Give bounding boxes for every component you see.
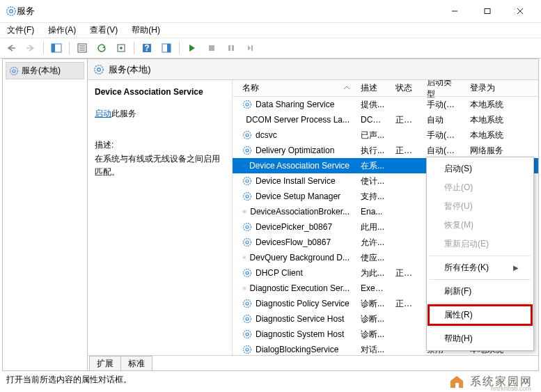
ctx-start[interactable]: 启动(S) — [429, 159, 531, 178]
service-desc-cell: 在系... — [355, 160, 390, 172]
close-button[interactable] — [504, 1, 535, 21]
ctx-stop: 停止(O) — [429, 178, 531, 197]
svg-rect-23 — [455, 383, 459, 388]
service-name-cell: DCOM Server Process La... — [246, 115, 350, 125]
service-desc-cell: 为此... — [355, 267, 390, 279]
menu-file[interactable]: 文件(F) — [4, 23, 37, 38]
service-row[interactable]: Data Sharing Service提供...手动(触发...本地系统 — [233, 97, 538, 112]
svg-rect-21 — [232, 45, 234, 51]
service-name-cell: Diagnostic Service Host — [256, 314, 344, 324]
bottom-tabs: 扩展 标准 — [88, 355, 538, 370]
service-start-cell: 自动 — [421, 114, 464, 126]
col-name[interactable]: 名称 — [237, 80, 355, 97]
menu-bar: 文件(F) 操作(A) 查看(V) 帮助(H) — [0, 22, 541, 38]
service-name-cell: DevicePicker_b0867 — [256, 222, 332, 232]
service-desc-cell: 使应... — [355, 252, 390, 264]
service-desc-cell: 执行... — [355, 145, 390, 157]
watermark-sub: hnzkhbsb.com — [491, 385, 531, 392]
status-text: 打开当前所选内容的属性对话框。 — [6, 374, 132, 386]
refresh-button[interactable] — [93, 40, 110, 56]
restart-service-button[interactable] — [242, 40, 259, 56]
gear-icon — [242, 161, 246, 171]
gear-icon — [242, 283, 246, 293]
service-start-cell: 手动(触发... — [421, 130, 464, 141]
service-name: Device Association Service — [95, 87, 225, 97]
svg-rect-3 — [485, 9, 490, 14]
start-service-button[interactable] — [184, 40, 201, 56]
service-status-cell: 正在... — [390, 298, 421, 310]
gear-icon — [93, 64, 104, 75]
watermark: 系统家园网 hnzkhbsb.com — [448, 373, 533, 391]
properties-button[interactable] — [74, 40, 91, 56]
show-hide-pane-button[interactable] — [48, 40, 65, 56]
ctx-pause: 暂停(U) — [429, 197, 531, 216]
col-desc[interactable]: 描述 — [355, 80, 390, 97]
service-name-cell: DevicesFlow_b0867 — [256, 237, 331, 247]
ctx-refresh[interactable]: 刷新(F) — [429, 282, 531, 301]
tree-root-item[interactable]: 服务(本地) — [6, 62, 84, 79]
service-name-cell: Diagnostic System Host — [256, 329, 344, 339]
maximize-button[interactable] — [471, 1, 503, 21]
stop-service-button[interactable] — [203, 40, 220, 56]
ctx-all-tasks[interactable]: 所有任务(K)▶ — [429, 258, 531, 277]
menu-help[interactable]: 帮助(H) — [129, 23, 163, 38]
tab-extended[interactable]: 扩展 — [89, 356, 121, 370]
column-headers: 名称 描述 状态 启动类型 登录为 — [233, 80, 538, 97]
service-name-cell: DeviceAssociationBroker... — [250, 207, 350, 217]
service-row[interactable]: DCOM Server Process La...DCOM...正在...自动本… — [233, 112, 538, 127]
service-status-cell: 正在... — [390, 145, 421, 157]
service-row[interactable]: dcsvc已声...手动(触发...本地系统 — [233, 127, 538, 143]
service-name-cell: Device Setup Manager — [256, 191, 340, 201]
detail-pane: Device Association Service 启动此服务 描述: 在系统… — [88, 80, 233, 355]
tab-standard[interactable]: 标准 — [121, 356, 152, 370]
col-logon[interactable]: 登录为 — [464, 80, 538, 97]
service-desc-cell: 支持... — [355, 191, 390, 203]
service-desc-cell: Exec... — [355, 283, 390, 293]
minimize-button[interactable] — [439, 1, 470, 21]
menu-view[interactable]: 查看(V) — [87, 23, 120, 38]
gear-icon — [242, 130, 252, 140]
help-pane-button[interactable] — [158, 40, 175, 56]
gear-icon — [242, 222, 252, 232]
menu-action[interactable]: 操作(A) — [45, 23, 79, 38]
col-status[interactable]: 状态 — [390, 80, 421, 97]
service-name-cell: DHCP Client — [256, 268, 303, 278]
service-desc-cell: DCOM... — [355, 115, 390, 125]
service-name-cell: DialogBlockingService — [256, 345, 338, 354]
pause-service-button[interactable] — [223, 40, 240, 56]
start-link[interactable]: 启动 — [95, 109, 111, 118]
service-name-cell: Delivery Optimization — [256, 146, 334, 155]
service-desc-cell: 诊断... — [355, 329, 390, 340]
gear-icon — [9, 66, 19, 76]
service-desc-cell: 提供... — [355, 99, 390, 111]
service-name-cell: Data Sharing Service — [256, 100, 334, 109]
watermark-icon — [448, 373, 466, 391]
service-start-cell: 自动(延迟... — [421, 145, 464, 157]
gear-icon — [242, 191, 252, 201]
ctx-help[interactable]: 帮助(H) — [429, 329, 531, 348]
gear-icon — [242, 176, 252, 186]
service-desc-cell: 此用... — [355, 221, 390, 233]
export-button[interactable] — [113, 40, 130, 56]
service-logon-cell: 本地系统 — [464, 99, 538, 111]
forward-button[interactable] — [22, 40, 39, 56]
service-desc-cell: 诊断... — [355, 313, 390, 325]
service-name-cell: DevQuery Background D... — [250, 253, 350, 262]
service-desc-cell: 已声... — [355, 130, 390, 141]
service-row[interactable]: Delivery Optimization执行...正在...自动(延迟...网… — [233, 143, 538, 158]
start-suffix: 此服务 — [111, 109, 136, 118]
service-desc-cell: 允许... — [355, 237, 390, 249]
service-status-cell: 正在... — [390, 267, 421, 279]
ctx-properties[interactable]: 属性(R) — [429, 306, 531, 324]
desc-text: 在系统与有线或无线设备之间启用匹配。 — [95, 152, 225, 179]
svg-rect-22 — [251, 45, 253, 51]
context-menu: 启动(S) 停止(O) 暂停(U) 恢复(M) 重新启动(E) 所有任务(K)▶… — [426, 157, 534, 351]
service-desc-cell: 诊断... — [355, 298, 390, 310]
service-desc-cell: Ena... — [355, 207, 390, 217]
back-button[interactable] — [3, 40, 19, 56]
gear-icon — [242, 299, 252, 308]
service-name-cell: Device Association Service — [249, 161, 350, 171]
svg-rect-19 — [209, 45, 214, 51]
help-button[interactable]: ? — [139, 40, 155, 56]
service-start-cell: 手动(触发... — [421, 99, 464, 111]
